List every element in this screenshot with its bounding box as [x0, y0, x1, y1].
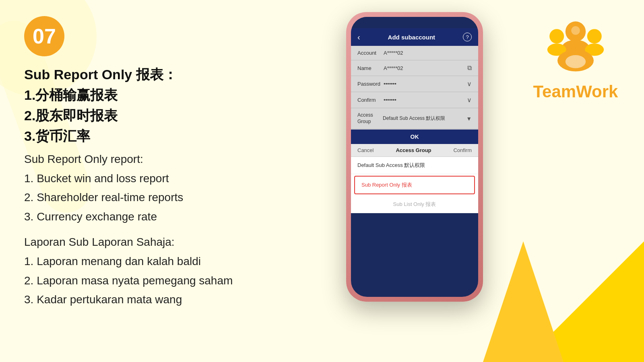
popup-list: Default Sub Access 默认权限 Sub Report Only … [351, 157, 478, 213]
chinese-line2: 1.分桶输赢报表 [24, 85, 354, 105]
popup-item-2-selected[interactable]: Sub Report Only 报表 [354, 176, 475, 194]
svg-point-2 [549, 29, 564, 43]
account-value: A*****02 [384, 50, 472, 56]
teamwork-logo-svg [539, 8, 612, 80]
svg-point-7 [566, 55, 586, 68]
password-label: Password [357, 81, 384, 87]
ok-bar: OK [351, 130, 478, 144]
popup-item-3[interactable]: Sub List Only 报表 [351, 196, 478, 213]
confirm-row: Confirm ••••••• ∨ [351, 92, 478, 108]
step-number-badge: 07 [24, 16, 64, 56]
confirm-label: Confirm [357, 97, 384, 103]
access-label: AccessGroup [357, 112, 380, 125]
bg-decoration-triangle2 [483, 241, 564, 362]
popup-confirm-button[interactable]: Confirm [453, 147, 472, 153]
phone-screen: ‹ Add subaccount ? Account A*****02 Name… [351, 17, 478, 297]
copy-icon[interactable]: ⧉ [467, 64, 472, 72]
malay-title: Laporan Sub Laporan Sahaja: [24, 232, 354, 252]
name-label: Name [357, 65, 384, 71]
confirm-value: ••••••• [384, 97, 467, 103]
malay-line2: 2. Laporan masa nyata pemegang saham [24, 271, 354, 290]
chinese-line4: 3.货币汇率 [24, 126, 354, 146]
teamwork-label: TeamWork [533, 82, 618, 101]
access-group-row: AccessGroup Default Sub Access 默认权限 ▼ [351, 108, 478, 129]
popup-cancel-button[interactable]: Cancel [357, 147, 374, 153]
confirm-toggle-icon[interactable]: ∨ [467, 96, 472, 104]
chinese-title-block: Sub Report Only 报表： 1.分桶输赢报表 2.股东即时报表 3.… [24, 64, 354, 146]
english-line2: 2. Shareholder real-time reports [24, 188, 354, 207]
step-number-text: 07 [33, 24, 56, 48]
account-row: Account A*****02 [351, 46, 478, 60]
name-value: A*****02 [384, 65, 467, 71]
app-header: ‹ Add subaccount ? [351, 28, 478, 46]
svg-point-8 [571, 26, 580, 35]
popup-action-bar: Cancel Access Group Confirm [351, 144, 478, 157]
phone-notch [394, 17, 435, 26]
malay-block: Laporan Sub Laporan Sahaja: 1. Laporan m… [24, 232, 354, 309]
teamwork-area: TeamWork [523, 8, 628, 101]
svg-point-4 [587, 29, 602, 43]
phone-mockup: ‹ Add subaccount ? Account A*****02 Name… [346, 12, 483, 302]
malay-line1: 1. Laporan menang dan kalah baldi [24, 252, 354, 271]
account-label: Account [357, 50, 384, 56]
left-content-area: Sub Report Only 报表： 1.分桶输赢报表 2.股东即时报表 3.… [24, 64, 354, 309]
access-value: Default Sub Access 默认权限 [380, 115, 466, 122]
malay-line3: 3. Kadar pertukaran mata wang [24, 290, 354, 309]
access-dropdown-icon[interactable]: ▼ [466, 115, 472, 122]
popup-overlay: OK Cancel Access Group Confirm Default S… [351, 129, 478, 213]
form-area: Account A*****02 Name A*****02 ⧉ Passwor… [351, 46, 478, 129]
popup-title: Access Group [396, 147, 431, 153]
english-line1: 1. Bucket win and loss report [24, 169, 354, 188]
phone-outer-shell: ‹ Add subaccount ? Account A*****02 Name… [346, 12, 483, 302]
header-title: Add subaccount [388, 34, 436, 41]
back-button[interactable]: ‹ [357, 33, 360, 42]
ok-label[interactable]: OK [411, 134, 419, 140]
name-row: Name A*****02 ⧉ [351, 60, 478, 76]
password-row: Password ••••••• ∨ [351, 76, 478, 92]
popup-item-1[interactable]: Default Sub Access 默认权限 [351, 157, 478, 174]
help-button[interactable]: ? [463, 33, 472, 41]
password-value: ••••••• [384, 81, 467, 87]
chinese-line3: 2.股东即时报表 [24, 105, 354, 126]
english-line3: 3. Currency exchange rate [24, 207, 354, 226]
english-block: Sub Report Only report: 1. Bucket win an… [24, 150, 354, 226]
english-title: Sub Report Only report: [24, 150, 354, 169]
password-toggle-icon[interactable]: ∨ [467, 80, 472, 88]
chinese-line1: Sub Report Only 报表： [24, 64, 354, 85]
